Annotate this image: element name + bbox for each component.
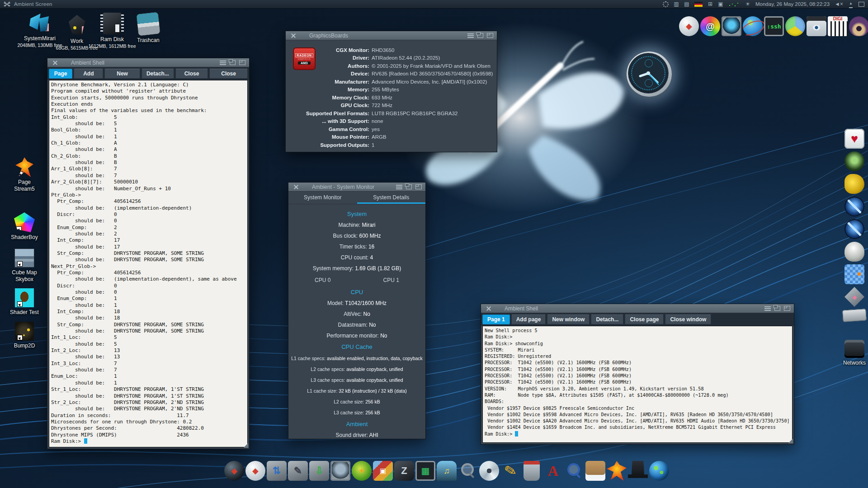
stopwatch-browser-icon[interactable]: ◆	[679, 16, 699, 36]
odyssey-browser-icon[interactable]: ◆	[224, 461, 244, 481]
titlebar[interactable]: GraphicsBoards	[286, 31, 497, 40]
terminal-output[interactable]: New Shell process 5 Ram Disk:> Ram Disk:…	[482, 326, 793, 443]
digibooster-tracker-icon[interactable]: DIGI	[828, 16, 848, 36]
zoom-icon[interactable]	[784, 306, 790, 311]
ram-meter-icon[interactable]: ▥	[674, 1, 679, 7]
print-manager-icon[interactable]	[585, 461, 605, 481]
settings-gear-icon[interactable]	[663, 1, 669, 7]
depth-icon[interactable]	[230, 60, 236, 65]
predator-game-icon[interactable]	[844, 151, 864, 171]
video-player-icon[interactable]	[807, 16, 826, 36]
paint-tool-icon[interactable]	[524, 461, 540, 481]
sketch-editor-icon[interactable]: ✎	[499, 459, 522, 483]
cpu-activity-icon[interactable]	[728, 1, 740, 7]
zform-tool-icon[interactable]: Z	[394, 461, 414, 481]
ssh-terminal-icon[interactable]: :ssh	[764, 16, 784, 36]
pagestream-dock-icon[interactable]	[607, 461, 627, 481]
jukebox-player-icon[interactable]: ♫	[437, 461, 457, 481]
wings-battlefield-badge[interactable]	[842, 309, 867, 322]
network-globe-icon[interactable]	[649, 461, 669, 481]
shell-toolbar-button[interactable]: New window	[547, 314, 590, 324]
shell-toolbar-button[interactable]: New window	[104, 69, 140, 79]
desktop-icon-bump2d[interactable]: Bump2D	[0, 322, 49, 349]
pdf-reader-icon[interactable]: A	[543, 461, 563, 481]
close-icon[interactable]	[53, 61, 57, 65]
brightness-icon[interactable]: ☀	[745, 1, 750, 7]
shell-toolbar-button[interactable]: Close window	[665, 314, 711, 324]
desktop-icon-pagestream5[interactable]: Page Stream5	[0, 157, 49, 192]
sysmon-tab[interactable]: System Monitor	[288, 192, 357, 204]
blastem-game-icon[interactable]: ☀	[352, 461, 372, 481]
close-icon[interactable]	[291, 33, 296, 38]
shell-toolbar-button[interactable]: Detach...	[591, 314, 623, 324]
shell-toolbar-button[interactable]: Close window	[209, 69, 248, 79]
starwars-game-icon[interactable]	[844, 197, 864, 216]
shell-toolbar-button[interactable]: Close page	[625, 314, 664, 324]
info-row: Model: T1042/1600 MHz	[288, 300, 425, 306]
vnc-viewer-icon[interactable]	[722, 16, 741, 36]
spy-agent-icon[interactable]	[849, 16, 868, 36]
keyboard-flag-de-icon[interactable]	[694, 1, 703, 7]
zoom-icon[interactable]	[487, 33, 493, 38]
desktop-icon-networks[interactable]: Networks	[841, 340, 868, 366]
volume-muted-icon[interactable]: ◄×	[835, 1, 843, 7]
shell-toolbar: Page 1Add pageNew windowDetach...Close p…	[481, 313, 794, 326]
titlebar[interactable]: Ambient Shell	[481, 304, 794, 313]
shell-toolbar-button[interactable]: Detach...	[142, 69, 174, 79]
zoom-icon[interactable]	[239, 60, 245, 65]
shell-toolbar-button[interactable]: Add page	[74, 69, 103, 79]
screen-grab-icon[interactable]: ⊞	[708, 1, 713, 7]
gorilla-game-icon[interactable]	[844, 242, 864, 262]
remote-desktop-icon[interactable]	[330, 461, 350, 481]
desktop-icon-trashcan[interactable]: Trashcan	[123, 13, 173, 44]
hex-viewer-icon[interactable]	[564, 461, 584, 481]
network-stats-icon[interactable]	[785, 16, 805, 36]
starwars-jedi-game-icon[interactable]	[844, 219, 864, 239]
window-menu-icon[interactable]	[467, 33, 474, 38]
window-menu-icon[interactable]	[764, 306, 771, 311]
magician-tool-icon[interactable]	[628, 461, 648, 481]
zoom-icon[interactable]	[415, 184, 422, 189]
disk-tools-icon[interactable]: ✎	[288, 461, 308, 481]
pixel-bird-game-icon[interactable]	[844, 264, 864, 284]
hearts-card-game-icon[interactable]: ♥	[844, 129, 864, 149]
shell-toolbar-button[interactable]: Page 1	[482, 314, 510, 324]
close-icon[interactable]	[294, 185, 298, 189]
depth-icon[interactable]	[774, 306, 780, 311]
shell-toolbar-button[interactable]: Add page	[511, 314, 546, 324]
picture-viewer-icon[interactable]	[458, 461, 478, 481]
disk-sync-icon[interactable]: ⇅	[267, 461, 287, 481]
sysmon-tab[interactable]: System Details	[357, 192, 426, 204]
desktop-icon-cubemap-skybox[interactable]: Cube Map Skybox	[0, 249, 49, 283]
close-icon[interactable]	[486, 306, 491, 311]
desktop-icon-shaderboy[interactable]: ShaderBoy	[0, 212, 49, 241]
web-globe-icon[interactable]	[743, 16, 763, 36]
terminal-output[interactable]: Dhrystone Benchmark, Version 2.1 (Langua…	[49, 80, 248, 447]
shell-toolbar-button[interactable]: Close page	[175, 69, 208, 79]
mouse-settings-icon[interactable]: ▣	[718, 1, 723, 7]
lightcycle-game-icon[interactable]	[844, 174, 864, 194]
installer-icon[interactable]: ⇩	[309, 461, 329, 481]
code-monitor-icon[interactable]: ▦	[415, 461, 435, 481]
depth-icon[interactable]	[477, 33, 483, 38]
resize-grip[interactable]	[243, 442, 248, 448]
eject-icon[interactable]: ▲	[848, 1, 854, 7]
contacts-email-icon[interactable]: @	[700, 16, 720, 36]
desktop-icon-shadertest[interactable]: Shader Test	[0, 288, 49, 316]
clock-datetime[interactable]: Monday, 26 May 2025, 08:22:23	[755, 1, 830, 7]
driver-pack-icon[interactable]: ▣	[373, 461, 393, 481]
window-restore-icon[interactable]	[859, 1, 864, 7]
info-row: L1 cache size: 32 kB (instruction) / 32 …	[288, 388, 425, 394]
window-menu-icon[interactable]	[396, 185, 402, 189]
shell-toolbar-button[interactable]: Page 1	[49, 69, 72, 79]
compass-browser-icon[interactable]: ◆	[245, 461, 265, 481]
analog-clock-widget[interactable]	[627, 52, 672, 97]
depth-icon[interactable]	[406, 184, 412, 189]
resize-grip[interactable]	[788, 438, 793, 443]
cd-burner-icon[interactable]	[479, 461, 499, 481]
voxel-editor-icon[interactable]: ◆	[844, 287, 864, 307]
expansion-card-icon[interactable]: ▤	[684, 1, 689, 7]
titlebar[interactable]: Ambient Shell	[47, 58, 249, 67]
titlebar[interactable]: Ambient - System Monitor	[288, 183, 425, 192]
window-menu-icon[interactable]	[220, 61, 226, 65]
